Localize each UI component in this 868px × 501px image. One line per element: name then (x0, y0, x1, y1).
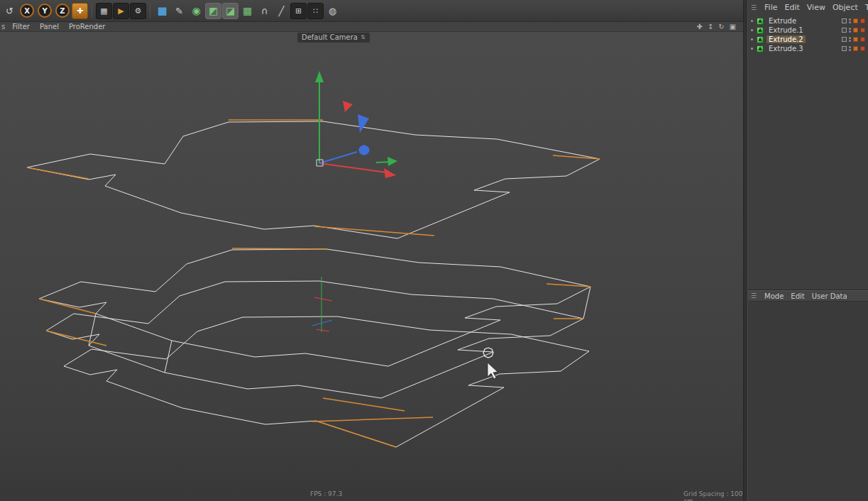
visibility-dots-icon[interactable] (849, 28, 851, 33)
spline-pen-button[interactable]: ✎ (171, 3, 187, 19)
lock-x-label: X (24, 7, 30, 15)
tag-icon-orange[interactable] (853, 28, 858, 33)
measure-icon: ╱ (279, 6, 285, 16)
tag-icon-orange[interactable] (853, 18, 858, 23)
array-generator-icon: ▦ (243, 6, 252, 16)
visibility-dots-icon[interactable] (849, 46, 851, 51)
snap-icon: ∩ (261, 6, 268, 16)
add-cube-button[interactable]: ■ (154, 3, 170, 19)
clipped-menu-item[interactable]: s (1, 23, 7, 31)
tag-icon-red[interactable] (860, 28, 865, 33)
snap-button[interactable]: ∩ (256, 3, 273, 19)
lock-y-label: Y (42, 7, 47, 15)
extrude-object-icon: ▲ (757, 18, 764, 25)
light-bulb-icon: ◍ (329, 6, 336, 16)
lock-x-button[interactable]: X (20, 4, 34, 18)
dolly-icon[interactable]: ↕ (708, 23, 713, 31)
cube-icon: ■ (157, 6, 167, 16)
generator-lathe-button[interactable]: ◪ (222, 3, 238, 19)
subdivision-surface-button[interactable]: ◉ (188, 3, 204, 19)
gear-icon: ⚙ (135, 7, 142, 15)
render-view-button[interactable]: ▦ (96, 3, 112, 19)
table-icon: ⊞ (295, 7, 302, 15)
enable-checkbox-icon[interactable] (842, 18, 847, 23)
viewport[interactable] (0, 32, 743, 501)
attribute-manager: ☰ Mode Edit User Data (748, 290, 868, 501)
camera-selector[interactable]: Default Camera ⇅ (297, 33, 370, 43)
light-button[interactable]: ◍ (324, 3, 341, 19)
enable-checkbox-icon[interactable] (842, 37, 847, 42)
generator-extrude-button[interactable]: ◩ (205, 3, 221, 19)
menu-filter[interactable]: Filter (7, 23, 35, 31)
menu-panel[interactable]: Panel (35, 23, 64, 31)
object-row-toggles (842, 46, 867, 51)
lock-z-label: Z (60, 7, 65, 15)
toggle-view-icon[interactable]: ▣ (730, 23, 736, 31)
tag-icon-red[interactable] (860, 46, 865, 51)
object-row-toggles (842, 18, 867, 23)
object-row[interactable]: ▲ Extrude.1 (748, 26, 868, 35)
object-row-selected[interactable]: ▲ Extrude.2 (748, 35, 868, 44)
lock-z-button[interactable]: Z (55, 4, 70, 18)
expand-dot-icon[interactable] (751, 20, 753, 22)
tag-icon-orange[interactable] (853, 37, 858, 42)
undo-icon: ↺ (6, 6, 13, 16)
expand-dot-icon[interactable] (751, 38, 753, 40)
object-row[interactable]: ▲ Extrude.3 (748, 44, 868, 53)
tag-icon-orange[interactable] (853, 46, 858, 51)
visibility-dots-icon[interactable] (849, 37, 851, 42)
subdivision-surface-icon: ◉ (192, 6, 200, 16)
am-menu-mode[interactable]: Mode (761, 292, 787, 300)
extrude-object-icon: ▲ (757, 45, 764, 53)
attribute-manager-body (748, 302, 868, 501)
toolbar-separator (92, 3, 92, 18)
om-menu-edit[interactable]: Edit (781, 3, 803, 12)
hamburger-icon[interactable]: ☰ (751, 292, 757, 299)
tag-icon-red[interactable] (860, 37, 865, 42)
render-picture-viewer-button[interactable]: ▶ (113, 3, 129, 19)
generator-array-button[interactable]: ▦ (239, 3, 256, 19)
viewport-nav-icons: ✚ ↕ ↻ ▣ (696, 23, 743, 31)
render-settings-button[interactable]: ⚙ (130, 3, 146, 19)
expand-dot-icon[interactable] (751, 29, 753, 31)
enable-checkbox-icon[interactable] (842, 28, 847, 33)
measure-button[interactable]: ╱ (273, 3, 290, 19)
object-name[interactable]: Extrude.3 (767, 45, 806, 53)
fps-readout: FPS : 97.3 (310, 490, 342, 497)
object-row-toggles (842, 37, 867, 42)
object-row[interactable]: ▲ Extrude (748, 16, 868, 26)
om-menu-object[interactable]: Object (829, 3, 862, 12)
am-menu-edit[interactable]: Edit (787, 292, 808, 300)
array-table-button[interactable]: ⊞ (290, 3, 307, 19)
coordinate-system-icon: ✚ (77, 7, 83, 15)
left-region: ↺ X Y Z ✚ ▦ ▶ ⚙ ■ ✎ ◉ ◩ ◪ ▦ ∩ ╱ ⊞ ∷ ◍ s … (0, 0, 743, 501)
object-manager-menubar: ☰ File Edit View Object Tags Bookm (748, 0, 868, 15)
toolbar-separator (150, 3, 150, 18)
rotate-icon[interactable]: ↻ (718, 23, 724, 31)
pan-icon[interactable]: ✚ (696, 23, 702, 31)
coordinate-system-button[interactable]: ✚ (72, 3, 88, 19)
camera-label-text: Default Camera (302, 33, 358, 41)
panel-divider[interactable] (743, 0, 748, 501)
main-toolbar: ↺ X Y Z ✚ ▦ ▶ ⚙ ■ ✎ ◉ ◩ ◪ ▦ ∩ ╱ ⊞ ∷ ◍ (0, 0, 743, 22)
object-manager: ☰ File Edit View Object Tags Bookm ▲ Ext… (748, 0, 868, 290)
am-menu-user-data[interactable]: User Data (808, 292, 851, 300)
tag-icon-red[interactable] (860, 18, 865, 23)
expand-dot-icon[interactable] (751, 48, 753, 50)
pen-icon: ✎ (175, 6, 183, 16)
object-name[interactable]: Extrude.1 (767, 26, 806, 34)
om-menu-view[interactable]: View (803, 3, 829, 12)
om-menu-tags[interactable]: Tags (862, 3, 868, 12)
icon-palette-button[interactable]: ∷ (307, 3, 324, 19)
visibility-dots-icon[interactable] (849, 18, 851, 23)
lathe-generator-icon: ◪ (226, 6, 235, 16)
object-name[interactable]: Extrude.2 (767, 35, 806, 43)
enable-checkbox-icon[interactable] (842, 46, 847, 51)
om-menu-file[interactable]: File (761, 3, 781, 12)
hamburger-icon[interactable]: ☰ (751, 4, 757, 11)
lock-y-button[interactable]: Y (38, 4, 52, 18)
extrude-object-icon: ▲ (757, 36, 764, 43)
undo-button[interactable]: ↺ (1, 3, 18, 19)
menu-prorender[interactable]: ProRender (64, 23, 110, 31)
object-name[interactable]: Extrude (767, 17, 798, 25)
